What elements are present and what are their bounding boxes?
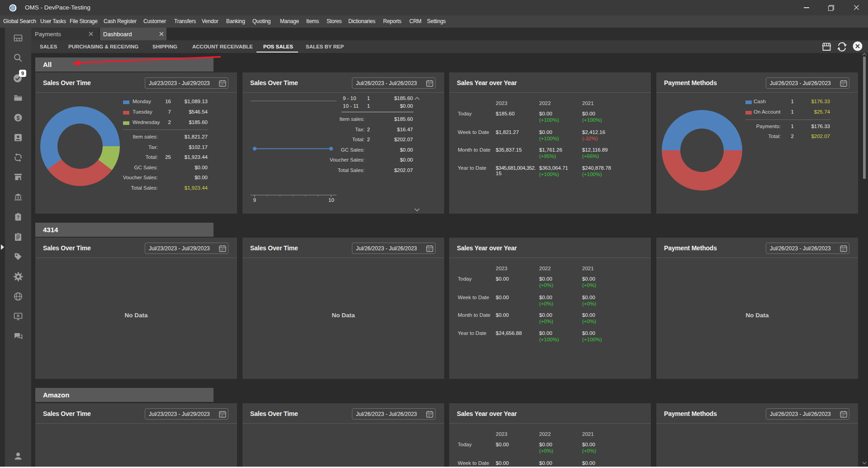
svg-text:$: $ <box>16 115 20 121</box>
svg-text:?: ? <box>17 215 19 220</box>
